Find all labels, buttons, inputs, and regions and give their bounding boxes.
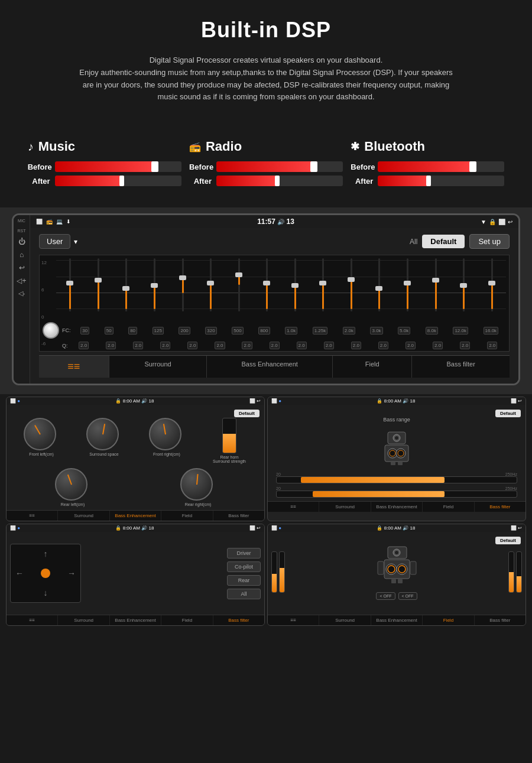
preset-selector[interactable]: User ▾ [39,234,77,249]
eq-thumb-16[interactable] [488,281,495,285]
q-val-12[interactable]: 2.0 [378,342,388,349]
tab-surround[interactable]: Surround [109,356,207,378]
ss2-tab-bass-enh[interactable]: Bass Enhancement [371,502,423,512]
fc-val-15[interactable]: 12.0k [453,327,468,335]
ss1-tab-bass-filter[interactable]: Bass filter [213,511,264,521]
power-icon[interactable]: ⏻ [18,238,25,246]
eq-thumb-11[interactable] [348,277,355,282]
fc-val-5[interactable]: 200 [179,327,190,335]
eq-thumb-10[interactable] [319,281,326,285]
ss4-tab-eq[interactable]: ≡≡ [268,615,319,625]
tab-eq[interactable]: ≡≡ [39,356,109,378]
q-val-8[interactable]: 2.0 [270,342,280,349]
eq-slider-14[interactable] [421,258,450,317]
q-val-14[interactable]: 2.0 [433,342,443,349]
right-slider-2[interactable] [516,551,522,593]
eq-slider-10[interactable] [309,258,338,317]
dial-front-right-circle[interactable] [149,418,181,450]
driver-button[interactable]: Driver [227,548,261,559]
eq-thumb-2[interactable] [95,278,102,283]
preset-arrow-icon[interactable]: ▾ [74,238,77,246]
home-icon[interactable]: ⌂ [20,251,24,259]
eq-slider-3[interactable] [112,258,141,317]
eq-slider-1[interactable] [56,258,85,317]
fc-val-1[interactable]: 30 [80,327,89,335]
all-button[interactable]: All [410,238,417,246]
fc-val-12[interactable]: 3.0k [370,327,382,335]
ss1-tab-surround[interactable]: Surround [58,511,109,521]
ss4-tab-surround[interactable]: Surround [319,615,371,625]
eq-thumb-8[interactable] [263,281,270,285]
fc-val-16[interactable]: 16.0k [484,327,499,335]
eq-slider-15[interactable] [450,258,478,317]
ss3-tab-bass-filter[interactable]: Bass filter [213,615,264,625]
q-val-4[interactable]: 2.0 [160,342,170,349]
dial-rear-left-circle[interactable] [55,468,87,501]
eq-slider-8[interactable] [253,258,281,317]
q-val-16[interactable]: 2.0 [487,342,497,349]
fc-val-7[interactable]: 500 [232,327,243,335]
q-val-11[interactable]: 2.0 [351,342,361,349]
fc-val-10[interactable]: 1.25k [313,327,328,335]
q-val-6[interactable]: 2.0 [215,342,225,349]
eq-thumb-12[interactable] [375,286,382,291]
fc-val-3[interactable]: 80 [128,327,137,335]
dial-rear-right-circle[interactable] [180,468,213,501]
q-val-9[interactable]: 2.0 [297,342,307,349]
back-icon[interactable]: ↩ [19,264,25,272]
q-val-3[interactable]: 2.0 [133,342,143,349]
copilot-button[interactable]: Co-pilot [227,561,261,572]
ss2-tab-eq[interactable]: ≡≡ [268,502,319,512]
ss3-tab-eq[interactable]: ≡≡ [7,615,58,625]
ss4-default-btn[interactable]: Default [495,537,521,544]
ss2-tab-bass-filter[interactable]: Bass filter [475,502,525,512]
vol-down-icon[interactable]: ◁- [18,290,25,297]
preset-label[interactable]: User [39,234,70,249]
eq-slider-9[interactable] [281,258,310,317]
rear-button[interactable]: Rear [227,575,261,586]
eq-slider-5[interactable] [168,258,197,317]
default-button[interactable]: Default [422,235,465,248]
ss3-tab-field[interactable]: Field [161,615,213,625]
q-val-15[interactable]: 2.0 [460,342,470,349]
left-slider-2[interactable] [279,551,285,593]
bass-slider-1[interactable] [276,476,517,483]
eq-thumb-7[interactable] [235,272,242,277]
eq-slider-2[interactable] [85,258,113,317]
q-val-13[interactable]: 2.0 [406,342,416,349]
ss1-tab-field[interactable]: Field [161,511,213,521]
ss3-tab-bass-enh[interactable]: Bass Enhancement [110,615,161,625]
eq-slider-16[interactable] [478,258,506,317]
setup-button[interactable]: Set up [469,234,510,249]
eq-thumb-9[interactable] [291,283,299,288]
eq-thumb-3[interactable] [122,286,129,291]
eq-thumb-14[interactable] [432,278,439,283]
fc-val-2[interactable]: 50 [105,327,113,335]
off-btn-2[interactable]: < OFF [398,592,417,600]
ss1-tab-eq[interactable]: ≡≡ [7,511,58,521]
all-button-field[interactable]: All [227,589,261,599]
q-val-10[interactable]: 2.0 [324,342,334,349]
vol-up-icon[interactable]: ◁+ [17,277,26,285]
ss4-tab-bass-filter[interactable]: Bass filter [475,615,525,625]
fc-val-14[interactable]: 8.0k [426,327,438,335]
eq-slider-13[interactable] [394,258,422,317]
tab-bass-filter[interactable]: Bass filter [412,356,510,378]
q-val-2[interactable]: 2.0 [106,342,116,349]
fc-val-4[interactable]: 125 [153,327,164,335]
ss2-tab-field[interactable]: Field [423,502,474,512]
fc-val-13[interactable]: 5.0k [398,327,410,335]
eq-thumb-5[interactable] [179,275,186,280]
off-btn-1[interactable]: < OFF [376,592,395,600]
q-val-1[interactable]: 2.0 [79,342,89,349]
ss2-tab-surround[interactable]: Surround [319,502,371,512]
right-slider-1[interactable] [508,551,514,593]
tab-bass-enhancement[interactable]: Bass Enhancement [207,356,333,378]
tab-field[interactable]: Field [333,356,412,378]
ss4-tab-bass-enh[interactable]: Bass Enhancement [371,615,423,625]
fc-val-11[interactable]: 2.0k [343,327,355,335]
ss3-tab-surround[interactable]: Surround [58,615,109,625]
eq-thumb-1[interactable] [66,281,73,285]
dial-front-left-circle[interactable] [24,418,56,450]
ss4-tab-field[interactable]: Field [423,615,474,625]
